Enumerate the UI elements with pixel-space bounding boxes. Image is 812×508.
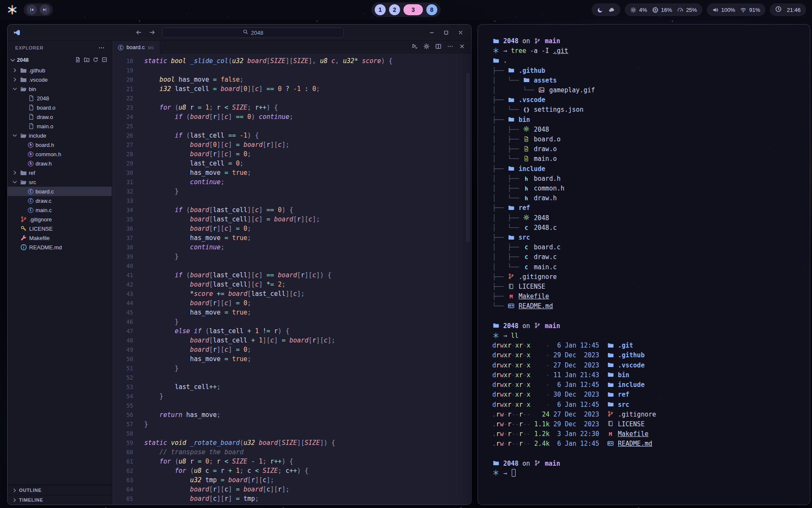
code-line[interactable]: has_move = true; <box>144 354 471 364</box>
line-number[interactable]: 56 <box>112 410 133 420</box>
code-line[interactable]: continue; <box>144 177 471 187</box>
code-line[interactable]: static bool _slide_col(u32 board[SIZE][S… <box>144 56 471 66</box>
explorer-item-bin[interactable]: bin <box>8 84 112 94</box>
line-number[interactable]: 60 <box>112 447 133 457</box>
explorer-item-ref[interactable]: ref <box>8 168 112 177</box>
line-number[interactable]: 47 <box>112 326 133 336</box>
line-number[interactable]: 52 <box>112 373 133 382</box>
code-line[interactable] <box>144 196 471 205</box>
line-number[interactable]: 24 <box>112 112 133 121</box>
new-folder-button[interactable] <box>84 57 90 64</box>
explorer-item-draw.h[interactable]: hdraw.h <box>8 159 112 168</box>
code-line[interactable] <box>144 121 471 131</box>
line-number[interactable]: 20 <box>112 75 133 84</box>
line-number[interactable]: 53 <box>112 382 133 392</box>
line-number[interactable]: 27 <box>112 140 133 149</box>
line-number[interactable]: 55 <box>112 401 133 410</box>
explorer-item-.vscode[interactable]: .vscode <box>8 75 112 84</box>
code-line[interactable]: board[r][c] = board[c][r]; <box>144 485 471 494</box>
line-number[interactable]: 45 <box>112 308 133 317</box>
explorer-item-board.h[interactable]: hboard.h <box>8 140 112 149</box>
editor-action-play-run[interactable] <box>411 43 418 51</box>
line-number[interactable]: 49 <box>112 345 133 354</box>
line-number[interactable]: 51 <box>112 364 133 373</box>
line-number[interactable]: 42 <box>112 280 133 289</box>
workspace-1[interactable]: 1 <box>375 4 386 15</box>
line-number[interactable]: 22 <box>112 94 133 103</box>
editor-action-split[interactable] <box>435 43 442 51</box>
code-line[interactable]: if (board[last_cell][c] == 0) { <box>144 205 471 215</box>
navigate-back-button[interactable] <box>135 29 143 36</box>
line-number[interactable]: 58 <box>112 429 133 438</box>
code-line[interactable]: for (u8 r = 1; r < SIZE; r++) { <box>144 103 471 112</box>
line-number[interactable]: 29 <box>112 159 133 168</box>
line-number[interactable]: 57 <box>112 420 133 429</box>
line-number[interactable]: 41 <box>112 271 133 280</box>
code-line[interactable]: board[r][c] = 0; <box>144 298 471 308</box>
code-line[interactable]: u32 tmp = board[r][c]; <box>144 475 471 485</box>
explorer-item-src[interactable]: src <box>8 177 112 187</box>
code-line[interactable]: board[last_cell + 1][c] = board[r][c]; <box>144 336 471 345</box>
workspace-8[interactable]: 8 <box>426 4 437 15</box>
editor-action-ellipsis[interactable] <box>447 43 453 51</box>
code-line[interactable]: board[c][r] = tmp; <box>144 494 471 503</box>
code-line[interactable]: has_move = true; <box>144 168 471 177</box>
code-line[interactable]: } <box>144 420 471 429</box>
launcher-logo-button[interactable] <box>6 3 19 16</box>
line-number[interactable]: 30 <box>112 168 133 177</box>
line-number[interactable]: 37 <box>112 233 133 243</box>
code-line[interactable]: has_move = true; <box>144 308 471 317</box>
code-line[interactable] <box>144 401 471 410</box>
code-line[interactable]: for (u8 c = r + 1; c < SIZE; c++) { <box>144 466 471 475</box>
editor-action-close-x[interactable] <box>459 43 465 51</box>
explorer-item-board.o[interactable]: board.o <box>8 103 112 112</box>
code-line[interactable] <box>144 66 471 75</box>
code-line[interactable]: } <box>144 187 471 196</box>
editor-scrollbar[interactable] <box>466 73 470 242</box>
code-line[interactable] <box>144 429 471 438</box>
refresh-button[interactable] <box>93 57 99 64</box>
line-number[interactable]: 43 <box>112 289 133 298</box>
media-next-button[interactable] <box>40 5 50 15</box>
code-line[interactable]: for (u8 r = 0; r < SIZE - 1; r++) { <box>144 457 471 466</box>
explorer-item-include[interactable]: include <box>8 131 112 140</box>
media-previous-button[interactable] <box>27 5 37 15</box>
line-number[interactable]: 59 <box>112 438 133 447</box>
line-number[interactable]: 19 <box>112 66 133 75</box>
collapse-all-button[interactable] <box>102 57 107 64</box>
maximize-button[interactable] <box>441 27 452 38</box>
line-number[interactable]: 36 <box>112 224 133 233</box>
command-center-search[interactable]: 2048 <box>162 27 344 38</box>
editor-action-gear[interactable] <box>423 43 430 51</box>
line-number[interactable]: 32 <box>112 187 133 196</box>
line-number[interactable]: 21 <box>112 84 133 94</box>
tab-board-c[interactable]: C board.c src <box>112 41 160 54</box>
explorer-item-.github[interactable]: .github <box>8 66 112 75</box>
navigate-forward-button[interactable] <box>148 29 156 36</box>
line-number[interactable]: 48 <box>112 336 133 345</box>
explorer-item-draw.c[interactable]: Cdraw.c <box>8 196 112 205</box>
explorer-item-Makefile[interactable]: Makefile <box>8 233 112 243</box>
line-number[interactable]: 28 <box>112 149 133 159</box>
code-line[interactable]: *score += board[last_cell][c]; <box>144 289 471 298</box>
code-line[interactable]: i32 last_cell = board[0][c] == 0 ? -1 : … <box>144 84 471 94</box>
code-line[interactable]: if (last_cell == -1) { <box>144 131 471 140</box>
code-line[interactable]: has_move = true; <box>144 233 471 243</box>
code-line[interactable]: } <box>144 252 471 261</box>
explorer-item-board.c[interactable]: Cboard.c <box>8 187 112 196</box>
code-line[interactable]: board[r][c] = 0; <box>144 149 471 159</box>
code-line[interactable]: board[last_cell][c] = board[r][c]; <box>144 215 471 224</box>
line-number[interactable]: 44 <box>112 298 133 308</box>
explorer-item-LICENSE[interactable]: LICENSE <box>8 224 112 233</box>
minimize-button[interactable] <box>426 27 437 38</box>
code-line[interactable]: else if (last_cell + 1 != r) { <box>144 326 471 336</box>
code-line[interactable]: bool has_move = false; <box>144 75 471 84</box>
code-line[interactable] <box>144 261 471 271</box>
line-number[interactable]: 25 <box>112 121 133 131</box>
line-number[interactable]: 46 <box>112 317 133 326</box>
code-line[interactable]: return has_move; <box>144 410 471 420</box>
line-number[interactable]: 35 <box>112 215 133 224</box>
line-number[interactable]: 26 <box>112 131 133 140</box>
code-line[interactable]: board[r][c] = 0; <box>144 345 471 354</box>
code-line[interactable]: board[r][c] = 0; <box>144 224 471 233</box>
